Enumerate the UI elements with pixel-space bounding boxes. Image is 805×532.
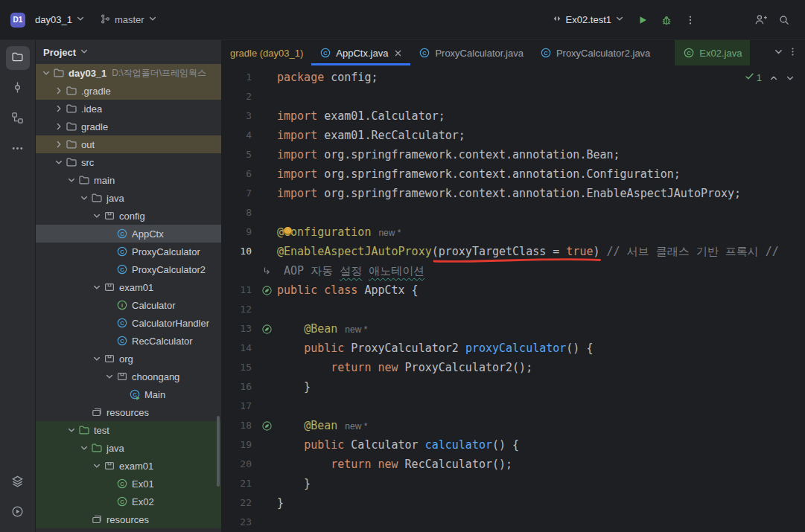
tree-item-calculatorhandler[interactable]: CCalculatorHandler (36, 314, 221, 332)
tree-item-proxycalculator[interactable]: CProxyCalculator (36, 243, 221, 260)
code-line-19[interactable]: 19 public Calculator calculator() { (222, 435, 805, 455)
chevron-down-icon[interactable] (91, 281, 103, 293)
inspection-status[interactable]: 1 (745, 68, 762, 88)
tree-item-exam01[interactable]: exam01 (36, 278, 221, 296)
tree-item-java[interactable]: java (36, 439, 221, 457)
chevron-right-icon[interactable] (53, 121, 65, 132)
intention-bulb-icon[interactable] (284, 227, 292, 235)
tree-item-main[interactable]: main (36, 171, 221, 189)
code-line-1[interactable]: 1package config; (222, 68, 805, 87)
tree-item-resources[interactable]: resources (36, 510, 221, 528)
tree-item-gradle[interactable]: gradle (36, 118, 221, 135)
chevron-down-icon[interactable] (104, 371, 115, 382)
code-line-15[interactable]: 15 return new ProxyCalculator2(); (222, 358, 805, 377)
tab-ex02-java[interactable]: CEx02.java (675, 40, 750, 65)
project-selector[interactable]: day03_1 (30, 10, 90, 29)
tree-item-idea[interactable]: .idea (36, 100, 221, 118)
tree-item-reccalculator[interactable]: CRecCalculator (36, 332, 221, 350)
tab-list-dropdown-icon[interactable] (774, 47, 783, 59)
tree-item-proxycalculator2[interactable]: CProxyCalculator2 (36, 260, 221, 278)
close-tab-icon[interactable] (394, 49, 402, 57)
tree-item-src[interactable]: src (36, 153, 221, 171)
tree-item-exam01[interactable]: exam01 (36, 457, 221, 475)
stripe-item-project[interactable] (6, 46, 30, 70)
chevron-down-icon[interactable] (66, 174, 77, 186)
code-line-21[interactable]: 21 } (222, 474, 805, 493)
chevron-right-icon[interactable] (53, 138, 65, 150)
code-line-18[interactable]: 18 @Beannew * (222, 416, 805, 435)
run-button[interactable] (632, 10, 653, 31)
code-line-3[interactable]: 3import exam01.Calculator; (222, 106, 805, 126)
tree-item-test[interactable]: test (36, 421, 221, 439)
stripe-item-services[interactable] (6, 470, 30, 494)
code-line-23[interactable]: 23 (222, 513, 805, 532)
spring-bean-gutter-icon[interactable] (256, 319, 277, 339)
code-line-14[interactable]: 14 public ProxyCalculator2 proxyCalculat… (222, 339, 805, 358)
chevron-down-icon[interactable] (78, 442, 90, 454)
tree-item-gradle[interactable]: .gradle (36, 82, 221, 100)
tab-proxycalculator2-java[interactable]: CProxyCalculator2.java (532, 40, 658, 65)
code-line-2[interactable]: 2 (222, 87, 805, 106)
code-line-5[interactable]: 5import org.springframework.context.anno… (222, 145, 805, 164)
code-line-22[interactable]: 22} (222, 493, 805, 513)
project-panel-header[interactable]: Project (36, 40, 221, 64)
code-line-16[interactable]: 16 } (222, 377, 805, 397)
chevron-right-icon[interactable] (53, 85, 65, 97)
chevron-down-icon[interactable] (91, 353, 103, 365)
tree-item-out[interactable]: out (36, 135, 221, 153)
tree-item-resources[interactable]: resources (36, 403, 221, 421)
code-line-20[interactable]: 20 return new RecCalculator(); (222, 455, 805, 474)
tree-item-config[interactable]: config (36, 207, 221, 225)
stripe-item-more[interactable] (6, 138, 30, 161)
code-line-11[interactable]: 11public class AppCtx { (222, 281, 805, 300)
spring-bean-gutter-icon[interactable] (256, 416, 277, 435)
tree-item-day03-1[interactable]: day03_1D:\작업폴더\프레임웍스 (36, 64, 221, 82)
tab-appctx-java[interactable]: CAppCtx.java (311, 40, 410, 65)
code-with-me-button[interactable] (750, 10, 771, 31)
chevron-right-icon[interactable] (53, 103, 65, 115)
chevron-down-icon[interactable] (66, 424, 77, 436)
chevron-down-icon[interactable] (78, 192, 90, 204)
chevron-down-icon[interactable] (91, 460, 103, 472)
code-line-6[interactable]: 6import org.springframework.context.anno… (222, 164, 805, 184)
chevron-down-icon[interactable] (40, 67, 52, 79)
tree-item-main[interactable]: CMain (36, 385, 221, 403)
tab-proxycalculator-java[interactable]: CProxyCalculator.java (410, 40, 532, 65)
code-line-7[interactable]: 7import org.springframework.context.anno… (222, 184, 805, 203)
debug-button[interactable] (656, 10, 677, 31)
scrollbar-thumb[interactable] (217, 416, 220, 487)
tree-item-org[interactable]: org (36, 350, 221, 368)
code-line-8[interactable]: 8 (222, 203, 805, 222)
tree-item-ex02[interactable]: CEx02 (36, 493, 221, 510)
code-line-wrap[interactable]: AOP 자동 설정 애노테이션 (222, 261, 805, 281)
stripe-item-structure[interactable] (6, 107, 30, 131)
tree-item-ex01[interactable]: CEx01 (36, 475, 221, 493)
branch-selector[interactable]: master (95, 10, 162, 31)
spring-bean-gutter-icon[interactable] (256, 281, 277, 300)
chevron-down-icon[interactable] (91, 210, 103, 222)
project-badge[interactable]: D1 (10, 13, 25, 28)
search-everywhere-button[interactable] (774, 10, 795, 31)
code-line-4[interactable]: 4import exam01.RecCalculator; (222, 126, 805, 145)
prev-problem-icon[interactable] (769, 74, 778, 83)
tab-gradle-day03-1[interactable]: gradle (day03_1) (222, 40, 311, 65)
tree-item-java[interactable]: java (36, 189, 221, 207)
code-line-10[interactable]: 10@EnableAspectJAutoProxy(proxyTargetCla… (222, 242, 805, 261)
code-line-17[interactable]: 17 (222, 397, 805, 416)
chevron-down-icon[interactable] (53, 156, 65, 168)
code-line-12[interactable]: 12 (222, 300, 805, 319)
tree-item-calculator[interactable]: ICalculator (36, 296, 221, 314)
stripe-item-commit[interactable] (6, 77, 30, 100)
more-actions-button[interactable] (680, 10, 701, 31)
tab-more-options-icon[interactable] (788, 47, 798, 59)
editor[interactable]: 1package config;23import exam01.Calculat… (222, 65, 805, 532)
code-line-13[interactable]: 13 @Beannew * (222, 319, 805, 339)
code-line-9[interactable]: 9@Configurationnew * (222, 222, 805, 242)
tree-item-appctx[interactable]: CAppCtx (36, 225, 221, 243)
next-problem-icon[interactable] (786, 74, 795, 83)
run-config-selector[interactable]: Ex02.test1 (547, 10, 629, 30)
tree-item-label: java (106, 443, 124, 454)
stripe-item-run[interactable] (6, 501, 30, 525)
tree-item-label: src (81, 157, 94, 168)
tree-item-choongang[interactable]: choongang (36, 368, 221, 385)
